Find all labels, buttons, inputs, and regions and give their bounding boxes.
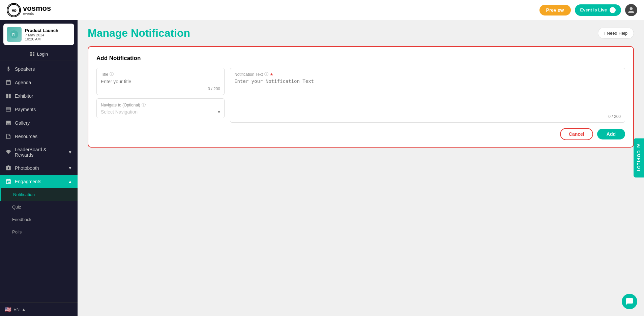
sidebar-subitem-notification[interactable]: Notification — [0, 188, 78, 201]
notification-text-counter: 0 / 200 — [234, 114, 621, 119]
speakers-label: Speakers — [15, 66, 35, 72]
engagments-label: Engagments — [15, 179, 41, 184]
event-date: 7 May 2024 — [25, 33, 71, 37]
flag-icon: 🇺🇸 — [5, 306, 11, 313]
feedback-label: Feedback — [12, 217, 31, 222]
polls-label: Polls — [12, 229, 22, 234]
sidebar-divider — [0, 61, 78, 61]
header: Vo vosmos events Preview Event is Live — [0, 0, 644, 20]
sidebar-subitem-quiz[interactable]: Quiz — [0, 201, 78, 213]
sidebar-subitem-feedback[interactable]: Feedback — [0, 213, 78, 226]
notification-text-input[interactable] — [234, 78, 621, 112]
event-info: Product Launch 7 May 2024 10:20 AM — [25, 28, 71, 41]
sidebar: PL Product Launch 7 May 2024 10:20 AM Lo… — [0, 20, 78, 316]
form-right-col: Notification Text ⓘ ★ 0 / 200 — [230, 68, 625, 123]
title-field-wrapper: Title ⓘ 0 / 200 — [96, 68, 225, 95]
svg-text:PL: PL — [12, 33, 17, 37]
camera-icon — [5, 165, 11, 171]
notification-text-wrapper: Notification Text ⓘ ★ 0 / 200 — [230, 68, 625, 123]
calendar-icon — [5, 80, 11, 86]
image-icon — [5, 120, 11, 126]
photobooth-chevron: ▼ — [68, 166, 72, 170]
notification-info-icon: ⓘ — [264, 71, 268, 77]
page-header: Manage Notification I Need Help — [78, 20, 644, 43]
svg-rect-6 — [30, 54, 32, 56]
exhibitor-label: Exhibitor — [15, 93, 33, 99]
sidebar-item-speakers[interactable]: Speakers — [0, 62, 78, 76]
notification-label: Notification — [13, 192, 35, 197]
svg-rect-7 — [33, 54, 34, 56]
lang-chevron: ▲ — [22, 307, 26, 312]
add-button[interactable]: Add — [597, 129, 625, 139]
svg-text:Vo: Vo — [11, 8, 17, 13]
creditcard-icon — [5, 106, 11, 113]
event-thumbnail: PL — [7, 27, 22, 42]
chat-bubble-button[interactable] — [622, 294, 637, 309]
sidebar-item-gallery[interactable]: Gallery — [0, 116, 78, 130]
toggle-indicator — [610, 7, 616, 13]
title-info-icon: ⓘ — [110, 71, 114, 77]
sidebar-item-engagments[interactable]: Engagments ▲ — [0, 175, 78, 188]
sidebar-item-payments[interactable]: Payments — [0, 103, 78, 116]
live-toggle-button[interactable]: Event is Live — [575, 4, 621, 16]
event-title: Product Launch — [25, 28, 71, 33]
header-actions: Preview Event is Live — [539, 4, 637, 16]
live-label: Event is Live — [580, 7, 607, 12]
logo-name: vosmos — [23, 5, 51, 12]
mic-icon — [5, 66, 11, 72]
form-actions: Cancel Add — [96, 128, 625, 140]
logo: Vo vosmos events — [7, 3, 51, 17]
gallery-label: Gallery — [15, 120, 30, 126]
agenda-label: Agenda — [15, 80, 31, 85]
navigate-field-wrapper: Navigate to (Optional) ⓘ Select Navigati… — [96, 98, 225, 118]
layout: PL Product Launch 7 May 2024 10:20 AM Lo… — [0, 20, 644, 316]
page-title: Manage Notification — [88, 27, 190, 39]
navigate-placeholder: Select Navigation — [101, 109, 138, 115]
content-area: Add Notification Title ⓘ 0 / 200 — [78, 43, 644, 316]
photobooth-label: Photobooth — [15, 165, 39, 171]
ai-copilot-tab[interactable]: AI COPILOT — [634, 138, 644, 178]
sidebar-item-agenda[interactable]: Agenda — [0, 76, 78, 89]
engagement-icon — [5, 179, 11, 185]
sidebar-item-exhibitor[interactable]: Exhibitor — [0, 89, 78, 103]
grid-icon — [5, 93, 11, 99]
engagments-chevron: ▲ — [68, 179, 72, 184]
avatar[interactable] — [625, 4, 637, 16]
form-left-col: Title ⓘ 0 / 200 Navigate to (Optional) ⓘ — [96, 68, 225, 123]
sidebar-item-resources[interactable]: Resources — [0, 130, 78, 143]
trophy-icon — [5, 149, 11, 155]
login-button[interactable]: Login — [0, 49, 78, 59]
logo-icon: Vo — [7, 3, 21, 17]
file-icon — [5, 133, 11, 139]
navigate-info-icon: ⓘ — [142, 102, 146, 108]
main-content: Manage Notification I Need Help Add Noti… — [78, 20, 644, 316]
event-card: PL Product Launch 7 May 2024 10:20 AM — [3, 24, 74, 45]
notification-text-label: Notification Text ⓘ ★ — [234, 71, 621, 77]
sidebar-item-photobooth[interactable]: Photobooth ▼ — [0, 161, 78, 175]
sidebar-item-leaderboard[interactable]: LeaderBoard & Rewards ▼ — [0, 143, 78, 161]
title-input[interactable] — [101, 79, 220, 84]
add-notification-title: Add Notification — [96, 55, 625, 62]
navigate-select[interactable]: Select Navigation ▾ — [101, 109, 220, 115]
title-counter: 0 / 200 — [101, 87, 220, 91]
leaderboard-label: LeaderBoard & Rewards — [15, 147, 65, 158]
required-star: ★ — [270, 72, 273, 77]
title-field-label: Title ⓘ — [101, 71, 220, 77]
svg-rect-4 — [30, 52, 32, 54]
add-notification-card: Add Notification Title ⓘ 0 / 200 — [88, 46, 634, 148]
lang-label: EN — [13, 307, 20, 312]
cancel-button[interactable]: Cancel — [560, 128, 593, 140]
login-label: Login — [37, 52, 48, 57]
payments-label: Payments — [15, 107, 36, 112]
form-row: Title ⓘ 0 / 200 Navigate to (Optional) ⓘ — [96, 68, 625, 123]
language-selector[interactable]: 🇺🇸 EN ▲ — [0, 303, 78, 316]
sidebar-subitem-polls[interactable]: Polls — [0, 226, 78, 238]
leaderboard-chevron: ▼ — [68, 150, 72, 155]
event-time: 10:20 AM — [25, 37, 71, 41]
svg-rect-5 — [33, 52, 34, 54]
help-button[interactable]: I Need Help — [598, 28, 634, 39]
resources-label: Resources — [15, 134, 37, 139]
quiz-label: Quiz — [12, 204, 21, 210]
preview-button[interactable]: Preview — [539, 5, 571, 15]
navigate-chevron-icon: ▾ — [218, 109, 220, 115]
